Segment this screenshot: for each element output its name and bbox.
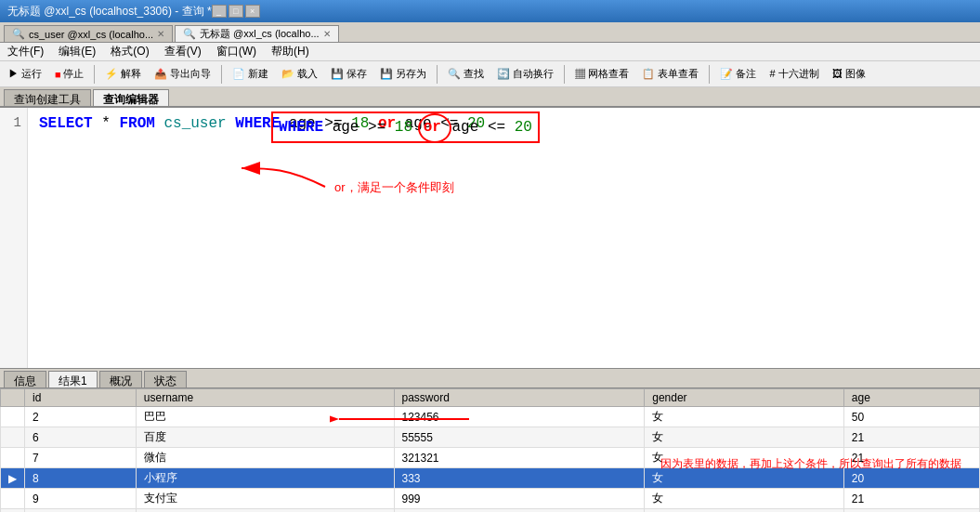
row-indicator [1, 448, 25, 468]
cell-password: 131313 [394, 509, 645, 513]
tab-icon: 🔍 [12, 28, 25, 40]
keyword-where: WHERE [235, 115, 280, 132]
col-header-id[interactable]: id [25, 389, 137, 407]
cell-age: 18 [843, 509, 979, 513]
cell-id: 8 [25, 468, 137, 489]
table-arrow-svg [330, 400, 478, 438]
cell-gender: 女 [645, 427, 844, 448]
form-view-button[interactable]: 📋 表单查看 [637, 64, 703, 84]
table-row[interactable]: 6百度55555女21 [1, 427, 980, 448]
window-tab-cs-user[interactable]: 🔍 cs_user @xxl_cs (localho... ✕ [4, 25, 173, 42]
title-bar: 无标题 @xxl_cs (localhost_3306) - 查询 * _ □ … [0, 0, 980, 22]
find-button[interactable]: 🔍 查找 [443, 64, 489, 84]
cell-username: 微信 [136, 448, 394, 468]
note-button[interactable]: 📝 备注 [715, 64, 761, 84]
menu-help[interactable]: 帮助(H) [268, 43, 313, 60]
stop-button[interactable]: ■ 停止 [50, 64, 88, 84]
save-button[interactable]: 💾 保存 [326, 64, 372, 84]
tab-overview[interactable]: 概况 [99, 371, 142, 387]
menu-edit[interactable]: 编辑(E) [55, 43, 99, 60]
keyword-or: or [378, 115, 396, 132]
toolbar-separator [564, 65, 565, 84]
cell-id: 6 [25, 427, 137, 448]
table-row[interactable]: 9支付宝999女21 [1, 489, 980, 509]
saveas-button[interactable]: 💾 另存为 [375, 64, 431, 84]
row-indicator [1, 489, 25, 509]
bottom-tab-bar: 信息 结果1 概况 状态 [0, 368, 980, 388]
result-table: id username password gender age 2巴巴12345… [0, 388, 980, 512]
menu-window[interactable]: 窗口(W) [213, 43, 260, 60]
table-row[interactable]: 10微信131313女18 [1, 509, 980, 513]
row-indicator [1, 509, 25, 513]
new-button[interactable]: 📄 新建 [228, 64, 273, 84]
cell-gender: 女 [645, 509, 844, 513]
result-annotation: 因为表里的数据，再加上这个条件，所以查询出了所有的数据 [660, 456, 961, 472]
table-row[interactable]: 2巴巴123456女50 [1, 407, 980, 427]
menu-view[interactable]: 查看(V) [161, 43, 205, 60]
cell-gender: 女 [645, 489, 844, 509]
image-button[interactable]: 🖼 图像 [828, 64, 870, 84]
export-button[interactable]: 📤 导出向导 [150, 64, 216, 84]
tab-label: 无标题 @xxl_cs (localho... [200, 27, 320, 41]
tab-result1[interactable]: 结果1 [48, 371, 98, 387]
window-controls[interactable]: _ □ × [212, 5, 260, 18]
cell-age: 21 [843, 427, 979, 448]
annotation-arrow: or，满足一个条件即刻 [214, 159, 511, 219]
cell-id: 2 [25, 407, 137, 427]
row-indicator [1, 407, 25, 427]
grid-view-button[interactable]: ▦ 网格查看 [570, 64, 634, 84]
toolbar-separator [709, 65, 710, 84]
tab-info[interactable]: 信息 [4, 371, 46, 387]
row-indicator: ▶ [1, 468, 25, 489]
tab-close-icon[interactable]: ✕ [157, 29, 164, 39]
run-button[interactable]: ▶ 运行 [4, 64, 46, 84]
toolbar-separator [437, 65, 438, 84]
cell-id: 10 [25, 509, 137, 513]
cell-password: 999 [394, 489, 645, 509]
cell-password: 321321 [394, 448, 645, 468]
cell-gender: 女 [645, 407, 844, 427]
table-name: cs_user [163, 115, 226, 132]
cell-password: 333 [394, 468, 645, 489]
sql-line-1: SELECT * FROM cs_user WHERE age >= 18 or… [39, 115, 969, 132]
explain-button[interactable]: ⚡ 解释 [100, 64, 146, 84]
cell-id: 7 [25, 448, 137, 468]
bottom-section: 信息 结果1 概况 状态 id username password gender… [0, 368, 980, 512]
row-indicator [1, 427, 25, 448]
cell-username: 支付宝 [136, 489, 394, 509]
toolbar-separator [221, 65, 222, 84]
close-btn[interactable]: × [245, 5, 260, 18]
toolbar: ▶ 运行 ■ 停止 ⚡ 解释 📤 导出向导 📄 新建 📂 载入 💾 保存 💾 另… [0, 61, 980, 87]
window-tab-untitled[interactable]: 🔍 无标题 @xxl_cs (localho... ✕ [175, 25, 339, 42]
col-header-gender[interactable]: gender [645, 389, 844, 407]
hex-button[interactable]: # 十六进制 [764, 64, 823, 84]
maximize-btn[interactable]: □ [229, 5, 243, 18]
menu-format[interactable]: 格式(O) [107, 43, 152, 60]
menu-file[interactable]: 文件(F) [4, 43, 47, 60]
minimize-btn[interactable]: _ [212, 5, 227, 18]
sql-code[interactable]: SELECT * FROM cs_user WHERE age >= 18 or… [28, 108, 980, 368]
tab-query-builder[interactable]: 查询创建工具 [4, 89, 91, 106]
title-text: 无标题 @xxl_cs (localhost_3306) - 查询 * [7, 4, 212, 20]
tab-query-editor[interactable]: 查询编辑器 [93, 89, 169, 106]
keyword-from: FROM [119, 115, 154, 132]
cell-age: 21 [843, 489, 979, 509]
tab-close-icon[interactable]: ✕ [323, 29, 331, 39]
result-table-wrap[interactable]: id username password gender age 2巴巴12345… [0, 388, 980, 512]
result-annotation-text: 因为表里的数据，再加上这个条件，所以查询出了所有的数据 [660, 457, 961, 470]
cell-username: 微信 [136, 509, 394, 513]
window-tab-bar: 🔍 cs_user @xxl_cs (localho... ✕ 🔍 无标题 @x… [0, 22, 980, 43]
cell-age: 50 [843, 407, 979, 427]
tab-label: cs_user @xxl_cs (localho... [29, 29, 153, 40]
tab-status[interactable]: 状态 [144, 371, 187, 387]
cell-username: 小程序 [136, 468, 394, 489]
line-numbers: 1 [0, 108, 28, 368]
arrow-svg: or，满足一个条件即刻 [214, 159, 511, 215]
inner-tab-bar: 查询创建工具 查询编辑器 [0, 87, 980, 108]
code-editor[interactable]: 1 SELECT * FROM cs_user WHERE age >= 18 … [0, 108, 980, 368]
cell-id: 9 [25, 489, 137, 509]
load-button[interactable]: 📂 载入 [277, 64, 322, 84]
col-header-age[interactable]: age [843, 389, 979, 407]
keyword-select: SELECT [39, 115, 93, 132]
autowrap-button[interactable]: 🔄 自动换行 [492, 64, 558, 84]
